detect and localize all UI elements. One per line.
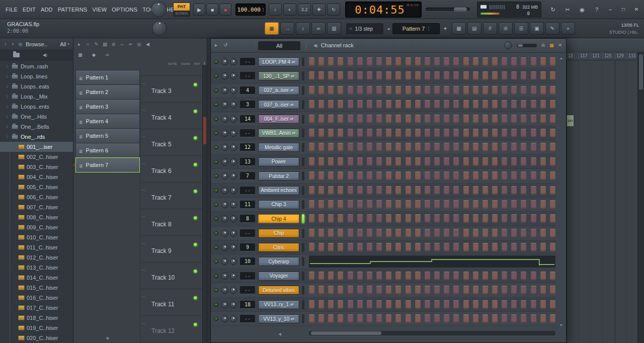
track-led[interactable]	[194, 216, 197, 220]
step-cell[interactable]	[395, 229, 401, 237]
step-cell[interactable]	[357, 115, 363, 123]
step-cell[interactable]	[309, 300, 314, 309]
step-cell[interactable]	[540, 115, 546, 123]
step-cell[interactable]	[386, 300, 391, 309]
step-cell[interactable]	[415, 229, 421, 237]
step-cell[interactable]	[521, 157, 526, 166]
step-cell[interactable]	[492, 300, 498, 309]
channel-target-number[interactable]: --	[240, 129, 255, 137]
step-cell[interactable]	[376, 115, 382, 123]
step-cell[interactable]	[338, 243, 343, 251]
step-cell[interactable]	[415, 143, 421, 151]
step-cell[interactable]	[415, 200, 421, 209]
step-cell[interactable]	[511, 214, 517, 223]
step-cell[interactable]	[511, 100, 517, 109]
countdown-icon[interactable]: 3.2	[298, 4, 311, 16]
step-cell[interactable]	[357, 129, 363, 137]
channel-led[interactable]	[214, 303, 218, 307]
channel-button[interactable]: VWB1..Amin	[258, 129, 299, 138]
step-cell[interactable]	[328, 272, 334, 280]
track-led[interactable]	[194, 296, 197, 300]
step-cell[interactable]	[463, 229, 469, 237]
pattern-item[interactable]: Pattern 3	[75, 99, 140, 114]
step-cell[interactable]	[386, 71, 391, 80]
step-cell[interactable]	[482, 157, 488, 166]
step-cell[interactable]	[463, 186, 469, 195]
track-lane[interactable]: Track 5	[140, 129, 202, 156]
channel-button[interactable]: Cyberarp	[258, 257, 299, 266]
slip-tool-icon[interactable]: ⇔	[118, 40, 126, 48]
channel-filter[interactable]: All	[258, 41, 300, 50]
channel-target-number[interactable]: 12	[240, 143, 255, 151]
step-cell[interactable]	[328, 314, 334, 323]
step-cell[interactable]	[415, 100, 421, 109]
step-cell[interactable]	[386, 229, 391, 237]
step-cell[interactable]	[348, 200, 353, 209]
channel-pan-knob[interactable]	[221, 130, 228, 137]
channel-volume-knob[interactable]	[230, 144, 237, 151]
channel-led[interactable]	[214, 74, 218, 78]
step-cell[interactable]	[328, 186, 334, 195]
step-cell[interactable]	[395, 186, 401, 195]
step-cell[interactable]	[406, 115, 411, 123]
step-cell[interactable]	[453, 286, 459, 294]
add-pattern-button[interactable]: +	[442, 23, 449, 34]
step-cell[interactable]	[463, 214, 469, 223]
step-cell[interactable]	[328, 143, 334, 151]
step-cell[interactable]	[376, 314, 382, 323]
step-cell[interactable]	[434, 100, 440, 109]
shuffle-slider[interactable]	[426, 8, 470, 12]
channel-target-number[interactable]: --	[240, 229, 255, 237]
step-cell[interactable]	[521, 57, 526, 66]
step-cell[interactable]	[453, 229, 459, 237]
step-cell[interactable]	[357, 272, 363, 280]
step-cell[interactable]	[386, 200, 391, 209]
step-cell[interactable]	[492, 129, 498, 137]
step-cell[interactable]	[376, 186, 382, 195]
track-led[interactable]	[194, 110, 197, 113]
playlist-vscrollbar[interactable]	[202, 65, 207, 343]
master-volume-knob[interactable]	[151, 2, 167, 17]
step-cell[interactable]	[482, 71, 488, 80]
step-cell[interactable]	[453, 86, 459, 95]
channel-target-number[interactable]: 4	[240, 87, 255, 95]
step-cell[interactable]	[473, 186, 478, 195]
step-cell[interactable]	[406, 86, 411, 95]
pattern-item[interactable]: Pattern 5	[75, 128, 140, 143]
tree-file[interactable]: 012_C..hiser	[0, 252, 73, 263]
step-cell[interactable]	[318, 272, 324, 280]
step-cell[interactable]	[521, 243, 526, 251]
tree-folder[interactable]: One_..rds	[0, 132, 73, 142]
pattern-spinner[interactable]: ▲▼	[428, 26, 430, 31]
channel-target-number[interactable]: --	[240, 272, 255, 280]
tempo-spinner[interactable]: ▲▼	[263, 7, 264, 12]
step-cell[interactable]	[453, 272, 459, 280]
step-cell[interactable]	[502, 100, 507, 109]
pattern-item[interactable]: Pattern 4	[75, 114, 140, 129]
browser-tab[interactable]: Browse..	[26, 41, 47, 47]
step-cell[interactable]	[473, 71, 478, 80]
step-cell[interactable]	[511, 129, 517, 137]
step-cell[interactable]	[415, 214, 421, 223]
step-cell[interactable]	[318, 86, 324, 95]
step-cell[interactable]	[357, 186, 363, 195]
channel-volume-knob[interactable]	[230, 116, 237, 123]
channel-led[interactable]	[214, 174, 218, 178]
step-cell[interactable]	[415, 300, 421, 309]
step-cell[interactable]	[540, 243, 546, 251]
step-cell[interactable]	[328, 286, 334, 294]
track-lane[interactable]: Track 3	[140, 76, 202, 103]
maximize-button[interactable]: □	[619, 6, 628, 13]
track-led[interactable]	[194, 323, 197, 326]
step-cell[interactable]	[348, 314, 353, 323]
step-cell[interactable]	[318, 200, 324, 209]
channel-button[interactable]: Detuned vibes	[258, 286, 299, 295]
step-cell[interactable]	[328, 71, 334, 80]
step-cell[interactable]	[357, 100, 363, 109]
grid-view-icon[interactable]: ▦	[76, 50, 84, 59]
slice-tool-icon[interactable]: ✂	[127, 40, 134, 48]
step-cell[interactable]	[540, 272, 546, 280]
tree-file[interactable]: 004_C..hiser	[0, 172, 73, 182]
step-cell[interactable]	[473, 243, 478, 251]
step-cell[interactable]	[328, 300, 334, 309]
